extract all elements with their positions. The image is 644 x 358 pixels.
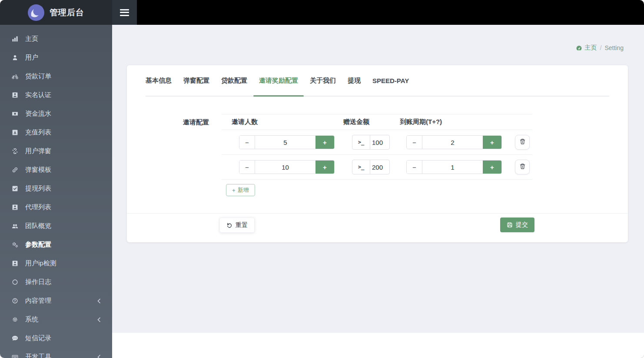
chevron-left-icon (97, 298, 102, 304)
reward-amount-input[interactable] (370, 135, 387, 149)
sidebar-header: 管理后台 (0, 0, 112, 25)
sidebar-item[interactable]: 提现列表 (0, 179, 112, 198)
invite-count-decrement-button[interactable]: − (239, 136, 255, 149)
recharge-icon (11, 129, 19, 136)
invite-count-decrement-button[interactable]: − (239, 161, 255, 174)
save-icon (507, 222, 513, 228)
arrival-period-input[interactable] (422, 161, 483, 174)
settings-card: 基本信息 弹窗配置 贷款配置 邀请奖励配置 (127, 65, 628, 242)
ip-card-icon (11, 260, 19, 267)
main-area: 主页 / Setting 基本信息 弹窗配置 (112, 0, 644, 358)
chevron-left-icon (97, 355, 102, 358)
sidebar-toggle-button[interactable] (112, 0, 137, 25)
page-bottom-strip (112, 333, 644, 358)
tab[interactable]: SPEED-PAY (372, 65, 409, 96)
plus-icon: + (232, 187, 236, 194)
bar-chart-icon (11, 36, 19, 42)
breadcrumb-home-label: 主页 (585, 44, 597, 52)
sidebar-menu: 主页 用户 贷款订单 (0, 25, 112, 358)
sidebar-item[interactable]: 主页 (0, 30, 112, 48)
sidebar-item[interactable]: 贷款订单 (0, 67, 112, 86)
unlink-icon (11, 148, 19, 154)
arrival-period-input[interactable] (422, 136, 483, 149)
sidebar-item[interactable]: ? 内容管理 (0, 291, 112, 310)
column-header-invite-count: 邀请人数 (222, 118, 333, 126)
table-header-row: 邀请人数 赠送金额 到账周期(T+?) (222, 114, 532, 130)
breadcrumb-separator: / (600, 44, 602, 51)
sidebar-item[interactable]: 团队概览 (0, 217, 112, 235)
sidebar-item[interactable]: 用户 (0, 48, 112, 67)
sidebar: 管理后台 主页 用户 (0, 0, 112, 358)
sidebar-item[interactable]: 系统 (0, 310, 112, 329)
arrival-period-decrement-button[interactable]: − (407, 161, 422, 174)
comment-icon (11, 335, 19, 341)
table-body: − + >_ (222, 130, 532, 180)
sidebar-item[interactable]: 代理列表 (0, 198, 112, 217)
user-icon (11, 54, 19, 61)
keyboard-icon (11, 354, 19, 358)
plus-icon: + (323, 139, 327, 146)
reset-label: 重置 (236, 221, 248, 229)
form-group-label: 邀请配置 (127, 114, 222, 196)
trash-icon (519, 163, 526, 171)
sidebar-item[interactable]: 资金流水 (0, 104, 112, 123)
delete-row-button[interactable] (515, 160, 530, 174)
reset-button[interactable]: 重置 (219, 217, 255, 233)
invite-config-table: 邀请人数 赠送金额 到账周期(T+?) − (222, 114, 532, 196)
submit-button[interactable]: 提交 (500, 217, 534, 232)
trash-icon (519, 138, 526, 146)
invite-count-increment-button[interactable]: + (315, 136, 334, 149)
terminal-prompt-icon: >_ (352, 160, 370, 174)
sidebar-item[interactable]: 实名认证 (0, 86, 112, 104)
sidebar-item[interactable]: 弹窗模板 (0, 161, 112, 179)
plus-icon: + (323, 164, 327, 171)
invite-count-input[interactable] (255, 161, 315, 174)
link-icon (11, 167, 19, 173)
gears-icon (11, 241, 19, 248)
circle-icon (11, 279, 19, 285)
breadcrumb-home-link[interactable]: 主页 (576, 44, 597, 52)
add-row-label: 新增 (238, 186, 249, 194)
settings-tabs: 基本信息 弹窗配置 贷款配置 邀请奖励配置 (146, 65, 609, 97)
sidebar-item[interactable]: 用户ip检测 (0, 254, 112, 273)
sidebar-item[interactable]: 充值列表 (0, 123, 112, 142)
app-window: 管理后台 主页 用户 (0, 0, 644, 358)
topbar (112, 0, 644, 25)
invite-count-input[interactable] (255, 136, 315, 149)
sidebar-item[interactable]: 参数配置 (0, 235, 112, 254)
tab[interactable]: 邀请奖励配置 (259, 65, 298, 96)
tab[interactable]: 弹窗配置 (183, 65, 209, 96)
tab[interactable]: 提现 (348, 65, 361, 96)
sidebar-item[interactable]: 用户弹窗 (0, 142, 112, 161)
invite-config-form: 邀请配置 邀请人数 赠送金额 到账周期(T+?) (127, 114, 628, 196)
breadcrumb-current: Setting (604, 44, 624, 51)
id-card-icon (11, 92, 19, 98)
column-header-reward-amount: 赠送金额 (333, 118, 390, 126)
tab[interactable]: 关于我们 (310, 65, 336, 96)
table-row: − + >_ (222, 130, 532, 155)
invite-count-stepper: − + (239, 160, 335, 174)
arrival-period-increment-button[interactable]: + (483, 136, 501, 149)
gear-icon (11, 316, 19, 323)
arrival-period-increment-button[interactable]: + (483, 161, 501, 174)
invite-count-increment-button[interactable]: + (315, 161, 334, 174)
sidebar-item[interactable]: 开发工具 (0, 348, 112, 358)
delete-row-button[interactable] (515, 135, 530, 150)
table-row: − + >_ (222, 155, 532, 180)
gauge-icon (576, 45, 582, 51)
app-title: 管理后台 (50, 7, 84, 18)
sidebar-item[interactable]: 短信记录 (0, 329, 112, 348)
add-row-button[interactable]: + 新增 (226, 184, 255, 196)
page-content: 主页 / Setting 基本信息 弹窗配置 (112, 25, 644, 333)
invite-count-stepper: − + (239, 135, 335, 149)
sidebar-item[interactable]: 操作日志 (0, 273, 112, 291)
undo-icon (226, 222, 232, 228)
plus-icon: + (490, 139, 494, 146)
tab[interactable]: 贷款配置 (221, 65, 247, 96)
app-logo-icon (28, 4, 44, 21)
money-icon (11, 110, 19, 117)
tab[interactable]: 基本信息 (146, 65, 172, 96)
arrival-period-decrement-button[interactable]: − (407, 136, 422, 149)
reward-amount-input[interactable] (370, 160, 387, 174)
minus-icon: − (412, 139, 416, 146)
